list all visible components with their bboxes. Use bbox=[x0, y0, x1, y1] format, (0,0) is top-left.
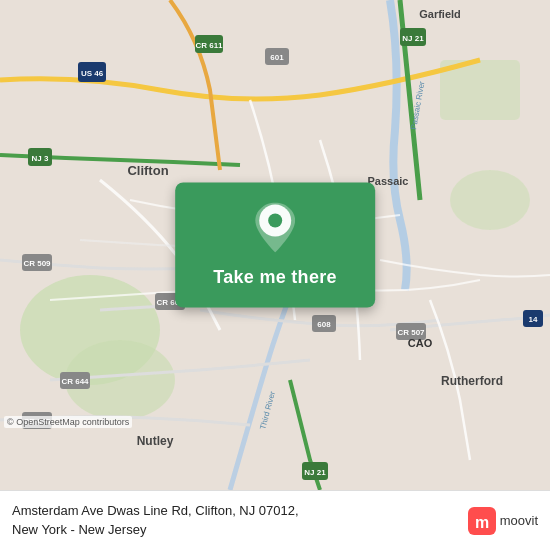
svg-text:NJ 21: NJ 21 bbox=[402, 34, 424, 43]
svg-text:Rutherford: Rutherford bbox=[441, 374, 503, 388]
svg-text:608: 608 bbox=[317, 320, 331, 329]
svg-text:CAO: CAO bbox=[408, 337, 433, 349]
map-container: US 46 CR 611 NJ 21 NJ 3 CR 509 CR 602 60… bbox=[0, 0, 550, 490]
svg-point-40 bbox=[268, 214, 282, 228]
svg-point-4 bbox=[450, 170, 530, 230]
moovit-logo: m moovit bbox=[468, 507, 538, 535]
svg-text:NJ 21: NJ 21 bbox=[304, 468, 326, 477]
svg-text:NJ 3: NJ 3 bbox=[32, 154, 49, 163]
location-card: Take me there bbox=[175, 183, 375, 308]
bottom-bar: Amsterdam Ave Dwas Line Rd, Clifton, NJ … bbox=[0, 490, 550, 550]
svg-text:Garfield: Garfield bbox=[419, 8, 461, 20]
svg-text:US 46: US 46 bbox=[81, 69, 104, 78]
svg-text:CR 611: CR 611 bbox=[195, 41, 223, 50]
osm-attribution: © OpenStreetMap contributors bbox=[4, 416, 132, 428]
take-me-there-button[interactable]: Take me there bbox=[205, 263, 345, 292]
svg-text:m: m bbox=[475, 514, 489, 531]
svg-text:CR 644: CR 644 bbox=[61, 377, 89, 386]
svg-text:Nutley: Nutley bbox=[137, 434, 174, 448]
svg-text:14: 14 bbox=[529, 315, 538, 324]
location-pin-icon bbox=[255, 203, 295, 253]
svg-text:Clifton: Clifton bbox=[127, 163, 168, 178]
address-text: Amsterdam Ave Dwas Line Rd, Clifton, NJ … bbox=[12, 502, 458, 538]
button-overlay: Take me there bbox=[175, 183, 375, 308]
svg-text:CR 507: CR 507 bbox=[397, 328, 425, 337]
moovit-icon: m bbox=[468, 507, 496, 535]
moovit-text: moovit bbox=[500, 513, 538, 528]
svg-text:CR 509: CR 509 bbox=[23, 259, 51, 268]
svg-text:601: 601 bbox=[270, 53, 284, 62]
